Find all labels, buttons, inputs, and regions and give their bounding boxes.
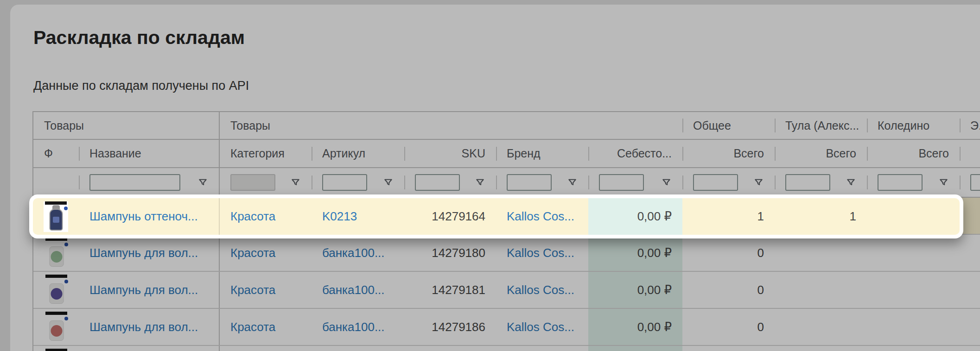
highlighted-cell-name-value[interactable]: Шампунь оттеноч...: [89, 209, 198, 224]
highlighted-table-row[interactable]: Шампунь оттеноч...КрасотаK021314279164Ka…: [33, 198, 960, 235]
highlighted-cell-brand-value[interactable]: Kallos Cos...: [507, 209, 574, 224]
highlighted-cell-category-value[interactable]: Красота: [230, 209, 275, 224]
highlighted-cell-photo: [33, 198, 79, 235]
product-thumbnail-navy-bottle[interactable]: [44, 201, 68, 232]
highlighted-cell-brand: Kallos Cos...: [496, 198, 588, 235]
highlighted-cell-total-tula: 1: [775, 198, 867, 235]
highlighted-cell-total-tula-value: 1: [850, 209, 856, 224]
highlighted-cell-total-overall-value: 1: [757, 209, 764, 224]
highlighted-row-spotlight[interactable]: Шампунь оттеноч...КрасотаK021314279164Ka…: [29, 194, 963, 238]
highlighted-cell-sku-value: 14279164: [432, 209, 485, 224]
screen: Раскладка по складам Данные по складам п…: [0, 0, 980, 351]
highlighted-cell-name: Шампунь оттеноч...: [79, 198, 219, 235]
thumbnail-banner: [45, 201, 67, 205]
highlighted-cell-cost: 0,00 ₽: [588, 198, 682, 235]
highlighted-cell-total-overall: 1: [682, 198, 775, 235]
highlighted-cell-category: Красота: [219, 198, 312, 235]
highlighted-cell-article: K0213: [312, 198, 404, 235]
dim-overlay: [0, 0, 980, 351]
thumbnail-blue-dot: [64, 207, 68, 210]
highlighted-cell-article-value[interactable]: K0213: [322, 209, 357, 224]
highlighted-cell-total-koledino: [867, 198, 960, 235]
highlighted-cell-sku: 14279164: [404, 198, 496, 235]
bottle-label: [53, 217, 59, 223]
highlighted-cell-cost-value: 0,00 ₽: [637, 209, 672, 224]
